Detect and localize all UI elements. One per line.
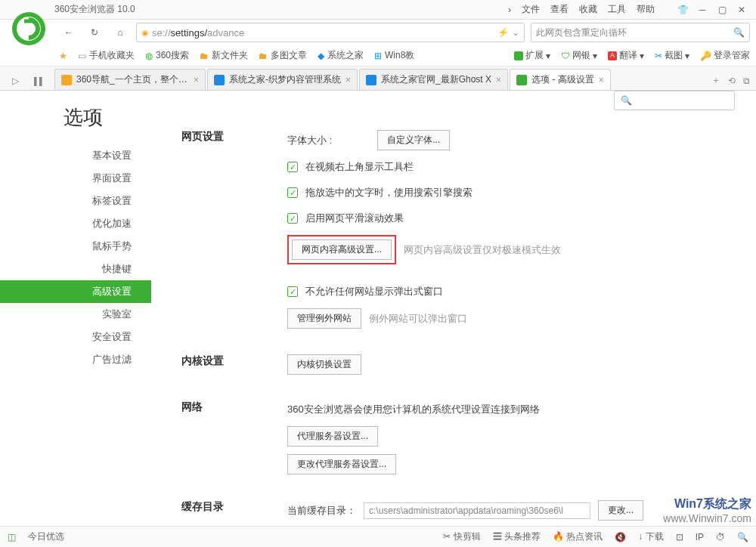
settings-content: 🔍 网页设置 字体大小 : 自定义字体... ✓在视频右上角显示工具栏 ✓拖放选… [151, 91, 756, 526]
window-title: 360安全浏览器 10.0 [54, 3, 135, 16]
tab-close-icon[interactable]: × [345, 75, 351, 85]
search-icon[interactable]: 🔍 [733, 27, 745, 38]
menu-basic[interactable]: 基本设置 [0, 144, 151, 167]
skin-button[interactable]: 👕 [673, 2, 692, 17]
sidebar-toggle[interactable]: ▷ [6, 72, 24, 90]
speed-mode-icon[interactable]: ⚡ [497, 27, 509, 38]
section-webpage: 网页设置 字体大小 : 自定义字体... ✓在视频右上角显示工具栏 ✓拖放选中的… [181, 130, 735, 336]
webpage-advanced-button[interactable]: 网页内容高级设置... [292, 240, 392, 260]
menu-tabs[interactable]: 标签设置 [0, 190, 151, 212]
menu-mouse[interactable]: 鼠标手势 [0, 235, 151, 258]
speed-icon[interactable]: ⏱ [716, 532, 725, 542]
bookmark-newfolder[interactable]: 🖿新文件夹 [200, 49, 248, 62]
status-bar: ◫ 今日优选 ✂ 快剪辑 ☰ 头条推荐 🔥 热点资讯 🔇 ↓ 下载 ⊡ IP ⏱… [0, 526, 756, 547]
ext-screenshot[interactable]: ✂截图▾ [655, 49, 689, 62]
change-proxy-button[interactable]: 更改代理服务器设置... [287, 454, 396, 474]
pip-icon[interactable]: ⊡ [676, 532, 683, 542]
bookmark-articles[interactable]: 🖿多图文章 [259, 49, 307, 62]
proxy-settings-button[interactable]: 代理服务器设置... [287, 426, 378, 447]
mute-icon[interactable]: 🔇 [615, 532, 626, 542]
today-picks[interactable]: 今日优选 [28, 530, 64, 543]
settings-search[interactable]: 🔍 [614, 91, 735, 110]
menu-lab[interactable]: 实验室 [0, 303, 151, 326]
favorite-star-icon[interactable]: ★ [59, 51, 67, 61]
ip-icon[interactable]: IP [696, 532, 704, 542]
section-kernel: 内核设置 内核切换设置 [181, 354, 735, 382]
tab-settings[interactable]: 选项 - 高级设置 × [510, 69, 611, 90]
caret-icon[interactable]: › [508, 5, 511, 15]
section-cache: 缓存目录 当前缓存目录： c:\users\administrator\appd… [181, 500, 735, 526]
tab-360nav[interactable]: 360导航_一个主页，整个世… × [54, 69, 206, 90]
menu-favorites[interactable]: 收藏 [579, 3, 597, 16]
ext-extensions[interactable]: 扩展▾ [514, 49, 550, 62]
restore-tab-button[interactable]: ⟲ [728, 76, 736, 86]
bookmark-mobile[interactable]: ▭手机收藏夹 [78, 49, 135, 62]
search-icon: 🔍 [621, 95, 632, 106]
bookmark-360search[interactable]: ◍360搜索 [145, 49, 189, 62]
home-button[interactable]: ⌂ [110, 23, 130, 42]
manage-exceptions-button[interactable]: 管理例外网站 [287, 308, 361, 329]
checkbox-smooth-scroll[interactable]: ✓ [287, 213, 298, 224]
checkbox-video-toolbar[interactable]: ✓ [287, 162, 298, 172]
menu-tools[interactable]: 工具 [608, 3, 626, 16]
downloads[interactable]: ↓ 下载 [638, 530, 663, 543]
address-bar[interactable]: ◉ se://settings/advance ⚡ ⌄ [136, 23, 525, 42]
tab-favicon-icon [516, 75, 527, 85]
menu-help[interactable]: 帮助 [637, 3, 655, 16]
settings-page: 选项 基本设置 界面设置 标签设置 优化加速 鼠标手势 快捷键 高级设置 实验室… [0, 91, 756, 526]
tab-dedecms[interactable]: 系统之家-织梦内容管理系统 × [207, 69, 358, 90]
address-bar-row: ← ↻ ⌂ ◉ se://settings/advance ⚡ ⌄ 此网页包含重… [0, 20, 756, 45]
menu-advanced[interactable]: 高级设置 [0, 280, 151, 303]
quick-clip[interactable]: ✂ 快剪辑 [443, 530, 480, 543]
minimize-button[interactable]: ─ [692, 2, 712, 17]
bookmark-system[interactable]: ◆系统之家 [318, 49, 364, 62]
ext-login[interactable]: 🔑登录管家 [700, 49, 750, 62]
reload-button[interactable]: ↻ [85, 23, 104, 42]
zoom-icon[interactable]: 🔍 [737, 532, 748, 542]
checkbox-drag-search[interactable]: ✓ [287, 187, 298, 198]
section-title: 网络 [181, 400, 287, 482]
tab-close-icon[interactable]: × [194, 75, 199, 85]
close-button[interactable]: ✕ [732, 2, 751, 17]
window-titlebar: 360安全浏览器 10.0 › 文件 查看 收藏 工具 帮助 👕 ─ ▢ ✕ [0, 0, 756, 20]
menu-optimize[interactable]: 优化加速 [0, 212, 151, 235]
stats-icon[interactable]: ◫ [8, 532, 16, 542]
menu-shortcut[interactable]: 快捷键 [0, 258, 151, 280]
browser-logo-icon [11, 11, 47, 47]
tab-close-icon[interactable]: × [496, 75, 501, 85]
ext-bank[interactable]: 🛡网银▾ [561, 49, 597, 62]
search-box[interactable]: 此网页包含重定向循环 🔍 [531, 23, 750, 42]
section-network: 网络 360安全浏览器会使用您计算机的系统代理设置连接到网络 代理服务器设置..… [181, 400, 735, 482]
menu-adblock[interactable]: 广告过滤 [0, 348, 151, 371]
network-desc: 360安全浏览器会使用您计算机的系统代理设置连接到网络 [287, 403, 540, 416]
tab-ghost[interactable]: 系统之家官网_最新Ghost X × [359, 69, 508, 90]
exceptions-hint: 例外网站可以弹出窗口 [369, 312, 467, 326]
menu-view[interactable]: 查看 [550, 3, 569, 16]
maximize-button[interactable]: ▢ [712, 2, 732, 17]
menu-security[interactable]: 安全设置 [0, 326, 151, 348]
headlines[interactable]: ☰ 头条推荐 [493, 530, 541, 543]
bookmark-win8[interactable]: ⊞Win8教 [374, 49, 414, 62]
tab-favicon-icon [366, 75, 376, 85]
tab-list-button[interactable]: ▌▌ [30, 72, 48, 90]
tab-bar: ▷ ▌▌ 360导航_一个主页，整个世… × 系统之家-织梦内容管理系统 × 系… [0, 66, 756, 91]
kernel-switch-button[interactable]: 内核切换设置 [287, 354, 361, 375]
menu-file[interactable]: 文件 [522, 3, 540, 16]
dropdown-icon[interactable]: ⌄ [512, 27, 519, 38]
advanced-hint: 网页内容高级设置仅对极速模式生效 [404, 243, 561, 257]
change-cache-button[interactable]: 更改... [598, 500, 643, 521]
hot-news[interactable]: 🔥 热点资讯 [553, 530, 603, 543]
page-title: 选项 [0, 91, 151, 144]
new-tab-button[interactable]: ＋ [711, 74, 720, 87]
tab-favicon-icon [61, 75, 72, 85]
tab-close-icon[interactable]: × [599, 75, 604, 85]
back-button[interactable]: ← [59, 23, 79, 42]
custom-font-button[interactable]: 自定义字体... [377, 130, 450, 150]
menu-ui[interactable]: 界面设置 [0, 167, 151, 190]
ext-translate[interactable]: A翻译▾ [608, 49, 644, 62]
settings-sidebar: 选项 基本设置 界面设置 标签设置 优化加速 鼠标手势 快捷键 高级设置 实验室… [0, 91, 151, 526]
highlight-box: 网页内容高级设置... [287, 235, 396, 264]
tab-overflow-button[interactable]: ⧉ [743, 76, 750, 86]
checkbox-block-popup[interactable]: ✓ [287, 286, 298, 297]
search-placeholder: 此网页包含重定向循环 [536, 26, 733, 39]
